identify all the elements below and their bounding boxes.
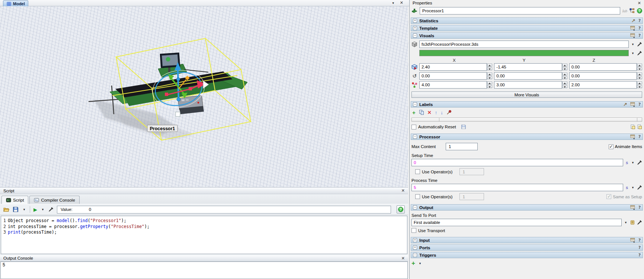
position-z-spinner[interactable]: [637, 63, 642, 71]
size-x-spinner[interactable]: [487, 81, 492, 89]
table-view-icon[interactable]: [630, 102, 635, 107]
properties-help-icon[interactable]: ?: [637, 8, 642, 13]
rotation-z-input[interactable]: [569, 72, 637, 80]
expand-icon[interactable]: +: [413, 19, 417, 23]
section-template[interactable]: + Template ?: [411, 25, 643, 31]
add-trigger-icon[interactable]: +: [411, 261, 415, 266]
section-help-icon[interactable]: ?: [638, 18, 641, 23]
position-y-spinner[interactable]: [562, 63, 567, 71]
labels-table[interactable]: [411, 118, 642, 122]
paste-labels-icon[interactable]: [637, 124, 642, 129]
size-z-input[interactable]: [569, 81, 637, 89]
run-dropdown-icon[interactable]: ▾: [41, 208, 45, 211]
position-y-input[interactable]: [494, 63, 562, 71]
auto-reset-checkbox[interactable]: [411, 125, 416, 129]
section-help-icon[interactable]: ?: [638, 252, 641, 258]
size-x-input[interactable]: [419, 81, 487, 89]
output-console-close-icon[interactable]: ✕: [401, 256, 405, 261]
section-help-icon[interactable]: ?: [638, 102, 641, 107]
section-output[interactable]: − Output ?: [411, 204, 643, 211]
rotation-x-spinner[interactable]: [487, 72, 492, 80]
collapse-icon[interactable]: −: [413, 102, 417, 106]
add-label-icon[interactable]: +: [412, 110, 416, 115]
animate-items-checkbox[interactable]: [609, 144, 613, 149]
add-trigger-dropdown-icon[interactable]: ▾: [418, 262, 422, 265]
process-time-input[interactable]: [411, 184, 623, 191]
process-use-operators-checkbox[interactable]: [415, 194, 420, 199]
table-view-icon[interactable]: [630, 205, 635, 210]
section-help-icon[interactable]: ?: [638, 134, 641, 140]
position-x-spinner[interactable]: [487, 63, 492, 71]
setup-time-dropdown-icon[interactable]: ▾: [631, 161, 635, 164]
position-x-input[interactable]: [419, 63, 487, 71]
code-editor[interactable]: 1Object processor = model().find("Proces…: [1, 216, 407, 254]
move-label-up-icon[interactable]: ↑: [435, 110, 438, 115]
color-dropdown-icon[interactable]: ▾: [631, 51, 635, 55]
tab-model[interactable]: Model: [3, 0, 28, 6]
code-line[interactable]: 1Object processor = model().find("Proces…: [1, 218, 407, 224]
tab-script[interactable]: Script: [1, 196, 28, 204]
table-view-icon[interactable]: [630, 26, 635, 31]
code-line[interactable]: 3print(processTime);: [1, 230, 407, 235]
code-line[interactable]: 2int processTime = processor.getProperty…: [1, 224, 407, 230]
use-transport-checkbox[interactable]: [411, 228, 416, 233]
labels-table-value-column[interactable]: [439, 118, 637, 122]
properties-close-icon[interactable]: ✕: [638, 1, 641, 6]
rotation-z-spinner[interactable]: [637, 72, 642, 80]
max-content-input[interactable]: [446, 143, 478, 150]
section-ports[interactable]: + Ports ?: [411, 244, 643, 251]
setup-time-input[interactable]: [411, 159, 623, 166]
section-help-icon[interactable]: ?: [638, 245, 641, 250]
script-panel-close-icon[interactable]: ✕: [401, 188, 405, 193]
open-file-icon[interactable]: [3, 206, 9, 212]
shape-dropdown-icon[interactable]: ▾: [631, 42, 635, 46]
output-console-content[interactable]: 5: [0, 262, 408, 279]
process-time-dropdown-icon[interactable]: ▾: [631, 186, 635, 189]
section-help-icon[interactable]: ?: [638, 237, 641, 243]
send-to-port-sampler-icon[interactable]: [637, 220, 642, 225]
pin-label-icon[interactable]: [446, 110, 452, 115]
save-icon[interactable]: [13, 206, 19, 212]
tab-compiler-console[interactable]: Compiler Console: [29, 196, 79, 204]
model-window-menu-icon[interactable]: ▾: [391, 1, 395, 5]
rotation-y-input[interactable]: [494, 72, 562, 80]
pin-section-icon[interactable]: ↗: [631, 19, 635, 23]
setup-time-sampler-icon[interactable]: [637, 160, 642, 165]
section-help-icon[interactable]: ?: [638, 25, 641, 31]
shape-path-input[interactable]: [419, 41, 629, 48]
expand-icon[interactable]: +: [413, 26, 417, 30]
object-name-input[interactable]: [420, 7, 620, 15]
shape-sampler-icon[interactable]: [637, 42, 642, 47]
section-processor[interactable]: − Processor ?: [411, 134, 643, 140]
labels-table-name-column[interactable]: [411, 118, 439, 122]
section-labels[interactable]: − Labels ↗ ?: [411, 101, 643, 108]
collapse-icon[interactable]: −: [413, 135, 417, 139]
process-time-sampler-icon[interactable]: [637, 185, 642, 190]
send-to-port-dropdown-icon[interactable]: ▾: [624, 221, 628, 224]
run-script-icon[interactable]: ▶: [33, 207, 37, 212]
table-view-icon[interactable]: [630, 238, 635, 243]
more-visuals-button[interactable]: More Visuals: [411, 92, 642, 98]
section-help-icon[interactable]: ?: [638, 205, 641, 210]
section-triggers[interactable]: − Triggers ?: [411, 252, 643, 258]
rotation-y-spinner[interactable]: [562, 72, 567, 80]
explore-tree-icon[interactable]: [629, 8, 635, 13]
copy-labels-icon[interactable]: [630, 124, 635, 129]
table-view-icon[interactable]: [630, 134, 635, 140]
edit-name-icon[interactable]: Iab: [622, 9, 627, 13]
size-y-input[interactable]: [494, 81, 562, 89]
3d-viewport[interactable]: Processor1: [0, 6, 408, 187]
sampler-icon[interactable]: [48, 207, 54, 212]
collapse-icon[interactable]: −: [413, 205, 417, 209]
setup-use-operators-checkbox[interactable]: [415, 169, 420, 174]
size-z-spinner[interactable]: [637, 81, 642, 89]
collapse-icon[interactable]: −: [413, 253, 417, 257]
section-input[interactable]: + Input ?: [411, 237, 643, 243]
color-sampler-icon[interactable]: [637, 51, 642, 56]
table-view-icon[interactable]: [630, 33, 635, 38]
section-statistics[interactable]: + Statistics ↗ ?: [411, 17, 643, 24]
script-help-button[interactable]: ?: [397, 205, 405, 214]
size-y-spinner[interactable]: [562, 81, 567, 89]
expand-icon[interactable]: +: [413, 238, 417, 242]
rotation-x-input[interactable]: [419, 72, 487, 80]
